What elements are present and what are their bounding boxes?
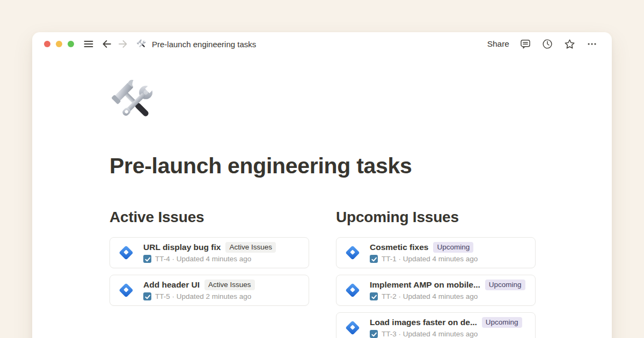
toolbar: Pre-launch engineering tasks Share (32, 32, 612, 56)
toolbar-actions: Share (487, 38, 598, 50)
issue-meta: TT-4 · Updated 4 minutes ago (155, 255, 251, 263)
issue-card[interactable]: URL display bug fix Active Issues TT-4 ·… (109, 237, 309, 268)
forward-arrow-icon[interactable] (118, 39, 128, 49)
zoom-window-button[interactable] (68, 41, 74, 47)
issue-meta: TT-2 · Updated 4 minutes ago (382, 292, 478, 300)
status-badge: Upcoming (485, 280, 525, 290)
issue-title: Cosmetic fixes (370, 243, 428, 252)
status-badge: Active Issues (225, 242, 276, 253)
status-badge: Upcoming (482, 317, 522, 328)
sidebar-menu-icon[interactable] (83, 39, 94, 49)
jira-icon (117, 244, 135, 262)
close-window-button[interactable] (44, 41, 50, 47)
issue-meta: TT-5 · Updated 2 minutes ago (155, 292, 251, 300)
checked-checkbox-icon[interactable] (370, 292, 378, 300)
issue-card[interactable]: Cosmetic fixes Upcoming TT-1 · Updated 4… (336, 237, 536, 268)
more-ellipsis-icon[interactable] (586, 38, 598, 50)
updates-clock-icon[interactable] (541, 38, 553, 50)
checked-checkbox-icon[interactable] (370, 255, 378, 263)
breadcrumb-page-title[interactable]: Pre-launch engineering tasks (152, 40, 256, 49)
issue-meta: TT-1 · Updated 4 minutes ago (382, 255, 478, 263)
checked-checkbox-icon[interactable] (370, 330, 378, 338)
issue-columns: Active Issues URL display bug fix Active… (109, 209, 612, 338)
minimize-window-button[interactable] (56, 41, 62, 47)
status-badge: Active Issues (204, 280, 255, 290)
page-title[interactable]: Pre-launch engineering tasks (109, 153, 612, 179)
issue-title: Add header UI (143, 280, 200, 290)
checked-checkbox-icon[interactable] (143, 255, 151, 263)
share-button[interactable]: Share (487, 39, 509, 49)
status-badge: Upcoming (433, 242, 473, 253)
checked-checkbox-icon[interactable] (143, 292, 151, 300)
column-upcoming-issues: Upcoming Issues Cosmetic fixes Upcoming … (336, 209, 536, 338)
jira-icon (343, 319, 362, 337)
window-controls (44, 41, 74, 47)
favorite-star-icon[interactable] (564, 38, 576, 50)
hammer-wrench-icon (136, 39, 148, 50)
hammer-wrench-page-icon[interactable] (109, 77, 161, 129)
comments-icon[interactable] (519, 38, 531, 50)
jira-icon (343, 281, 362, 299)
issue-title: Load images faster on de... (370, 318, 477, 327)
issue-title: Implement AMP on mobile... (370, 280, 480, 290)
jira-icon (117, 281, 135, 299)
back-arrow-icon[interactable] (101, 39, 112, 49)
jira-icon (343, 244, 362, 262)
issue-card[interactable]: Load images faster on de... Upcoming TT-… (336, 312, 536, 338)
column-active-issues: Active Issues URL display bug fix Active… (109, 209, 309, 338)
column-heading[interactable]: Upcoming Issues (336, 209, 536, 226)
page-content: Pre-launch engineering tasks Active Issu… (32, 56, 612, 338)
column-heading[interactable]: Active Issues (109, 209, 309, 226)
issue-meta: TT-3 · Updated 4 minutes ago (382, 330, 478, 338)
app-window: Pre-launch engineering tasks Share (32, 32, 612, 338)
issue-card[interactable]: Implement AMP on mobile... Upcoming TT-2… (336, 275, 536, 306)
issue-card[interactable]: Add header UI Active Issues TT-5 · Updat… (109, 275, 309, 306)
issue-title: URL display bug fix (143, 243, 221, 252)
